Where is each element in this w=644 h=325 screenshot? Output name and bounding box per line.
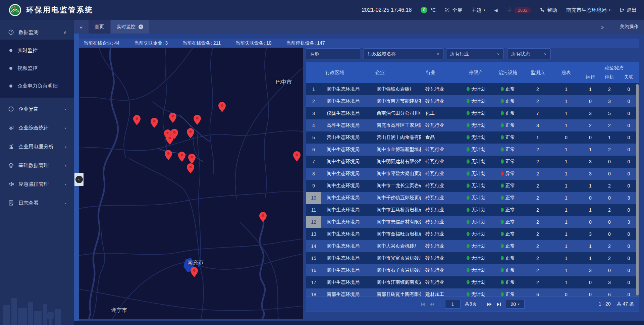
company-cell: 阆中市二龙长宝页岩砖 (371, 183, 421, 189)
map-canvas[interactable]: 巴中市南充市遂宁市 (79, 48, 303, 319)
status-dot-icon (467, 135, 470, 140)
tabs-scroll-right-button[interactable]: » (595, 24, 610, 30)
run-count-cell: 0 (581, 99, 600, 104)
sidebar-item-2[interactable]: 企业综合统计‹ (0, 120, 74, 135)
map-marker-icon[interactable] (293, 151, 301, 161)
table-row[interactable]: 13阆中生态环境局阆中市金福旺页岩机砖砖瓦行业无计划正常21300 (306, 228, 639, 240)
theme-dropdown[interactable]: 主题 ▾ (471, 7, 485, 13)
map-marker-icon[interactable] (151, 118, 158, 128)
company-cell: 南充市高坪区王家店建 (371, 122, 421, 128)
fullscreen-icon (445, 7, 450, 13)
tabs-scroll-left-button[interactable]: « (74, 20, 89, 34)
map-marker-icon[interactable] (166, 134, 173, 145)
production-limit-cell: 无计划 (460, 183, 492, 189)
sidebar-item-5[interactable]: 应急减排管理‹ (0, 177, 74, 192)
chevron-left-icon: ‹ (65, 125, 66, 130)
map-marker-icon[interactable] (187, 128, 194, 138)
map-marker-icon[interactable] (188, 154, 196, 164)
status-dot-icon (501, 220, 504, 224)
logout-button[interactable]: 退出 (620, 7, 637, 13)
notifications[interactable]: 2632 (507, 7, 531, 13)
sidebar-subitem[interactable]: 实时监控 (0, 42, 74, 59)
close-icon[interactable]: × (139, 24, 143, 29)
table-row[interactable]: 7阆中生态环境局阆中明阳建材有限公司砖瓦行业无计划正常21300 (306, 156, 639, 168)
prev-page-button[interactable] (430, 302, 435, 307)
table-row[interactable]: 6阆中生态环境局阆中市金博瑞新型墙材砖瓦行业无计划正常21120 (306, 144, 639, 156)
monitor-points-cell: 2 (524, 147, 552, 152)
fullscreen-button[interactable]: 全屏 (445, 7, 462, 13)
region-select[interactable]: 行政区域名称 ∨ (364, 48, 443, 59)
sidebar-item-1[interactable]: 企业异常‹ (0, 102, 74, 116)
table-row[interactable]: 3仪陇生态环境局西南油气田分公司川中化工无计划正常71350 (306, 107, 639, 119)
map-marker-icon[interactable] (218, 102, 226, 112)
map-marker-icon[interactable] (133, 115, 141, 125)
vertical-scrollbar[interactable] (636, 84, 639, 295)
industry-select[interactable]: 所有行业 ∨ (446, 48, 504, 59)
run-count-cell: 3 (581, 171, 600, 176)
run-count-cell: 0 (581, 280, 600, 285)
sidebar-item-6[interactable]: 日志查看‹ (0, 196, 74, 210)
map-marker-icon[interactable] (259, 212, 267, 222)
datetime: 2021-02-25 17:46:18 (362, 7, 412, 13)
table-row[interactable]: 5营山生态环境局营山县润丰肉食品有限食品无计划正常10010 (306, 131, 639, 144)
sub-col-header: 停机 (600, 74, 619, 80)
company-cell: 阆中市五马桥页岩机砖 (371, 207, 421, 213)
table-row[interactable]: 17阆中生态环境局阆中市江南镇阆南页岩砖瓦行业无计划正常21030 (306, 276, 639, 288)
industry-select-value: 所有行业 (450, 51, 469, 57)
chevron-down-icon: ▾ (518, 303, 520, 306)
company-cell: 阆中大兴页岩机砖厂 (371, 243, 421, 249)
run-count-cell: 3 (581, 159, 600, 164)
table-row[interactable]: 15阆中生态环境局阆中市光富页岩机砖厂砖瓦行业无计划正常21120 (306, 252, 639, 264)
speaker-icon[interactable]: ◀ (494, 8, 498, 13)
map-marker-icon[interactable] (165, 150, 172, 160)
tab-home[interactable]: 首页 (89, 20, 110, 34)
map-marker-icon[interactable] (187, 163, 194, 173)
pollution-facility-cell: 正常 (492, 195, 524, 201)
map-marker-icon[interactable] (194, 115, 201, 125)
sidebar-item-0[interactable]: 数据监测∨ (0, 25, 74, 40)
col-header: 行政区域 (321, 62, 371, 83)
name-search-input[interactable] (306, 48, 360, 59)
region-cell: 营山生态环境局 (321, 134, 371, 141)
chevron-down-icon: ∨ (544, 52, 547, 56)
industry-cell: 食品 (421, 134, 460, 141)
sidebar-item-label: 企业异常 (18, 106, 39, 112)
sidebar-collapse-handle[interactable]: ‹ (74, 173, 84, 186)
last-page-button[interactable] (496, 302, 501, 307)
tab-realtime-monitor[interactable]: 实时监控 × (111, 20, 149, 34)
table-row[interactable]: 10阆中生态环境局阆中千佛镇五郎垭页岩砖瓦行业无计划正常21003 (306, 192, 639, 204)
table-row[interactable]: 12阆中生态环境局阆中市忠信建材有限公砖瓦行业无计划正常21003 (306, 216, 639, 228)
table-row[interactable]: 2阆中生态环境局阆中市南方节能建材有砖瓦行业无计划正常21030 (306, 95, 639, 107)
map-marker-icon[interactable] (191, 267, 198, 277)
table-row[interactable]: 8阆中生态环境局阆中市枣碧大梁山页岩砖瓦行业无计划异常21300 (306, 168, 639, 180)
sidebar-item-4[interactable]: 基础数据管理‹ (0, 158, 74, 173)
user-dropdown[interactable]: 南充市生态环境局 ▾ (566, 7, 610, 13)
table-row[interactable]: 18南部生态环境局南部县砖瓦土陶有限公建材加工无计划正常60060 (306, 288, 639, 296)
table-row[interactable]: 14阆中生态环境局阆中大兴页岩机砖厂砖瓦行业无计划正常21120 (306, 240, 639, 252)
status-dot-icon (501, 99, 504, 103)
page-size-select[interactable]: 20 ▾ (506, 300, 525, 309)
status-select-value: 所有状态 (511, 51, 530, 57)
monitor-points-cell: 2 (524, 243, 552, 249)
page-number-input[interactable]: 1 (445, 300, 461, 309)
first-page-button[interactable] (420, 302, 425, 307)
map-marker-icon[interactable] (169, 113, 176, 123)
map-marker-icon[interactable] (178, 152, 185, 162)
close-operations-button[interactable]: 关闭操作 (620, 24, 639, 30)
help-button[interactable]: 帮助 (540, 7, 557, 13)
next-page-button[interactable] (487, 302, 492, 307)
table-row[interactable]: 11阆中生态环境局阆中市五马桥页岩机砖砖瓦行业无计划正常21120 (306, 204, 639, 216)
sidebar-item-3[interactable]: 企业用电量分析‹ (0, 139, 74, 154)
table-row[interactable]: 16阆中生态环境局阆中市石子页岩机砖厂砖瓦行业无计划正常21300 (306, 264, 639, 276)
temperature-unit: ℃ (430, 7, 436, 13)
table-row[interactable]: 9阆中生态环境局阆中市二龙长宝页岩砖砖瓦行业无计划正常21120 (306, 180, 639, 192)
sidebar-subitem[interactable]: 视频监控 (0, 59, 74, 77)
status-select[interactable]: 所有状态 ∨ (507, 48, 551, 59)
run-count-cell: 1 (581, 243, 600, 249)
sidebar-subitem[interactable]: 企业电力负荷明细 (0, 77, 74, 95)
table-row[interactable]: 4高坪生态环境局南充市高坪区王家店建砖瓦行业无计划正常31220 (306, 119, 639, 131)
stopped-count-cell: 0 (600, 219, 619, 225)
table-row[interactable]: 1阆中生态环境局阆中强锐页岩砖厂砖瓦行业无计划正常21120 (306, 83, 639, 95)
industry-cell: 砖瓦行业 (421, 243, 460, 249)
company-cell: 阆中千佛镇五郎垭页岩 (371, 195, 421, 201)
